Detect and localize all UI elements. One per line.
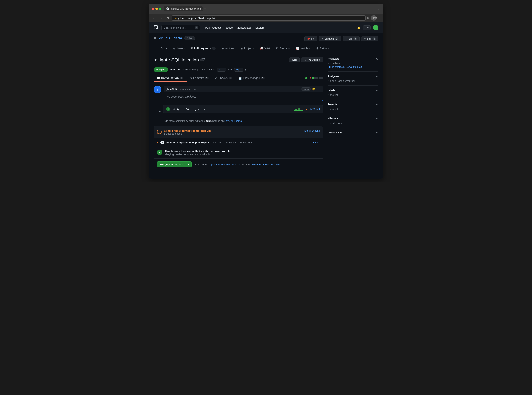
nav-code[interactable]: <> Code — [154, 45, 170, 52]
fork-button[interactable]: ⑂ Fork 0 — [343, 36, 360, 41]
labels-gear[interactable]: ⚙ — [376, 89, 378, 92]
pr-status-badge[interactable]: ⑂ Open — [154, 67, 168, 72]
tab-files-changed[interactable]: 📄 Files changed 1 — [235, 75, 268, 82]
wiki-icon: 📖 — [260, 47, 263, 50]
pr-author[interactable]: jlem0714 — [170, 68, 180, 71]
push-repo-link[interactable]: jlem0714/demo — [224, 120, 242, 122]
star-button[interactable]: ☆ Star 0 — [361, 36, 378, 41]
svg-text:G: G — [167, 8, 168, 10]
github-page: Search or jump to... / Pull requests Iss… — [149, 22, 383, 179]
tab-conversation[interactable]: 💬 Conversation 0 — [154, 75, 187, 82]
insights-icon: 📈 — [296, 47, 299, 50]
maximize-button[interactable] — [159, 8, 161, 10]
fork-icon: ⑂ — [345, 38, 346, 40]
labels-header: Labels ⚙ — [328, 89, 378, 92]
back-button[interactable]: ← — [151, 16, 157, 20]
reviewers-gear[interactable]: ⚙ — [376, 57, 378, 60]
diff-bar-2 — [314, 77, 316, 79]
tab-title: mitigate SQL injection by jlem… — [171, 7, 203, 10]
repo-name-link[interactable]: demo — [174, 37, 182, 40]
pr-tabs: 💬 Conversation 0 ⊙ Commits 1 ✓ Checks — [154, 75, 323, 82]
files-icon: 📄 — [238, 77, 242, 80]
unwatch-button[interactable]: 👁 Unwatch 1 — [319, 36, 341, 41]
comment-more-button[interactable]: ••• — [317, 88, 320, 91]
files-count: 1 — [261, 77, 265, 79]
pin-icon: 📌 — [307, 38, 310, 40]
nav-insights[interactable]: 📈 Insights — [293, 45, 313, 52]
nav-wiki[interactable]: 📖 Wiki — [257, 45, 273, 52]
hide-checks-button[interactable]: Hide all checks — [303, 129, 320, 132]
cli-instructions-link[interactable]: command line instructions — [251, 163, 280, 166]
open-desktop-link[interactable]: open this in GitHub Desktop — [210, 163, 241, 166]
tab-commits[interactable]: ⊙ Commits 1 — [187, 75, 212, 82]
pr-head-branch[interactable]: sqli — [234, 68, 243, 72]
github-nav: Pull requests Issues Marketplace Explore — [205, 26, 265, 29]
check-details-link[interactable]: Details — [312, 141, 320, 144]
sidebar-toggle-icon[interactable]: ⊞ — [367, 16, 370, 20]
user-avatar[interactable]: Guest — [371, 15, 377, 21]
code-pr-button[interactable]: </> ⌥ Code ▾ — [301, 57, 323, 62]
comment-section: j jlem0714 commented now Owner 😊 ••• — [154, 86, 323, 101]
minimize-button[interactable] — [155, 8, 158, 10]
nav-pull-requests[interactable]: Pull requests — [205, 26, 221, 29]
create-new-button[interactable]: + ▾ — [363, 25, 371, 30]
pin-button[interactable]: 📌 Pin — [305, 36, 317, 41]
commit-hash-link[interactable]: dc20da1 — [309, 108, 320, 111]
browser-actions: ⊞ Guest ⋮ — [367, 15, 381, 21]
github-logo[interactable] — [154, 25, 158, 31]
notifications-bell[interactable]: 🔔 — [357, 26, 360, 29]
projects-header: Projects ⚙ — [328, 103, 378, 106]
check-status-text: Queued — Waiting to run this check... — [213, 141, 256, 144]
pr-status-row: ⑂ Open jlem0714 wants to merge 1 commit … — [154, 67, 323, 72]
commit-left: ⊙ — [154, 109, 161, 113]
tab-checks[interactable]: ✓ Checks 0 — [212, 75, 235, 82]
user-menu[interactable] — [373, 25, 378, 30]
commit-status-dot: ● — [306, 108, 307, 110]
pr-nav-count: 1 — [212, 47, 216, 50]
nav-security[interactable]: 🛡 Security — [273, 45, 293, 52]
nav-marketplace[interactable]: Marketplace — [237, 26, 251, 29]
nav-actions[interactable]: ▶ Actions — [219, 45, 237, 52]
search-placeholder: Search or jump to... — [164, 26, 186, 29]
emoji-reaction-button[interactable]: 😊 — [312, 88, 316, 91]
projects-gear[interactable]: ⚙ — [376, 103, 378, 106]
forward-button[interactable]: → — [158, 16, 164, 20]
security-icon: 🛡 — [276, 47, 279, 50]
browser-menu-icon[interactable]: ⋮ — [378, 16, 381, 20]
merge-dropdown-button[interactable]: ▾ — [186, 161, 192, 167]
nav-explore[interactable]: Explore — [255, 26, 265, 29]
repo-separator: / — [172, 37, 172, 40]
checks-count: 0 — [229, 77, 232, 79]
new-tab-button[interactable]: + — [203, 7, 207, 11]
window-controls[interactable]: ⌄ — [377, 7, 380, 11]
active-tab[interactable]: G mitigate SQL injection by jlem… ✕ — [164, 6, 203, 11]
pr-base-branch[interactable]: main — [217, 68, 226, 72]
repo-owner-link[interactable]: jlem0714 — [158, 37, 171, 40]
commit-row-container: ⊙ j mitigate SQL injection Verified ● dc… — [154, 105, 323, 116]
convert-to-draft-link[interactable]: Still in progress? Convert to draft — [328, 66, 378, 68]
edit-pr-button[interactable]: Edit — [289, 57, 299, 62]
development-gear[interactable]: ⚙ — [376, 131, 378, 134]
no-projects-text: None yet — [328, 108, 378, 110]
reload-button[interactable]: ↻ — [165, 16, 170, 20]
diff-bars — [312, 77, 323, 79]
conversation-count: 0 — [180, 77, 183, 79]
address-bar[interactable]: 🔒 github.com/jlem0714/demo/pull/2 — [172, 15, 366, 21]
nav-pull-requests[interactable]: ⑂ Pull requests 1 — [188, 45, 219, 52]
assignees-gear[interactable]: ⚙ — [376, 75, 378, 78]
sidebar-reviewers: Reviewers ⚙ No reviews Still in progress… — [328, 57, 378, 72]
nav-projects[interactable]: ⊞ Projects — [237, 45, 257, 52]
milestone-gear[interactable]: ⚙ — [376, 117, 378, 120]
nav-settings[interactable]: ⚙ Settings — [313, 45, 333, 52]
copy-branch-icon[interactable]: ⎘ — [245, 68, 246, 71]
commits-icon: ⊙ — [190, 77, 192, 80]
nav-issues[interactable]: Issues — [225, 26, 233, 29]
comment-author[interactable]: jlem0714 — [166, 88, 177, 91]
close-button[interactable] — [152, 8, 154, 10]
search-input[interactable]: Search or jump to... / — [161, 25, 200, 30]
merge-pull-request-button[interactable]: Merge pull request — [157, 161, 186, 167]
sidebar-projects: Projects ⚙ None yet — [328, 100, 378, 114]
diff-deletions: −0 — [308, 77, 311, 80]
no-milestone-text: No milestone — [328, 121, 378, 125]
nav-issues[interactable]: ⊙ Issues — [170, 45, 188, 52]
